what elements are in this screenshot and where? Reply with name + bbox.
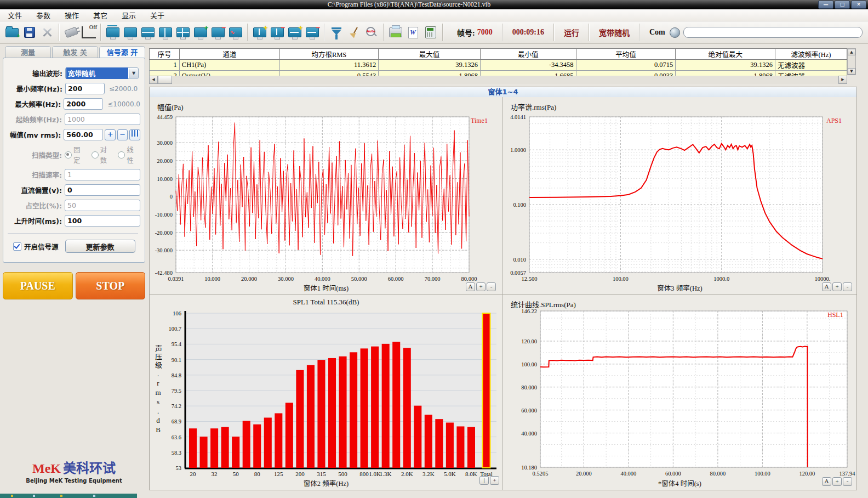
add-vertical-cursor-icon[interactable]: + (252, 24, 268, 41)
chevron-down-icon[interactable]: ▼ (129, 69, 138, 78)
svg-text:10000.: 10000. (815, 276, 831, 282)
remove-vertical-cursor-icon[interactable]: − (269, 24, 285, 41)
pause-button[interactable]: PAUSE (3, 272, 73, 299)
print-icon[interactable] (387, 24, 404, 41)
scan-type-linear-radio[interactable] (118, 151, 125, 159)
svg-text:0: 0 (170, 194, 173, 200)
single-window-icon[interactable] (122, 24, 139, 41)
autoscale-button[interactable]: A (822, 282, 831, 291)
max-freq-input[interactable] (64, 98, 103, 110)
settings-tools-icon[interactable] (39, 24, 55, 41)
scan-type-fixed-radio[interactable] (65, 151, 72, 159)
scan-type-label: 扫描类型: (5, 150, 62, 160)
scan-type-log-radio[interactable] (92, 151, 99, 159)
svg-text:5.0K: 5.0K (444, 471, 456, 477)
logo-subtitle: Beijing MeK Testing Equipment (2, 478, 146, 484)
svg-text:0.010: 0.010 (513, 257, 526, 263)
split-vertical-icon[interactable] (157, 24, 174, 41)
remove-horizontal-cursor-icon[interactable]: − (304, 24, 321, 41)
tab-signal-source[interactable]: 信号源 开 (99, 46, 145, 58)
menu-parameters[interactable]: 参数 (36, 10, 50, 20)
frame-label: 帧号: (457, 27, 475, 38)
zoom-in-button[interactable]: + (832, 477, 842, 486)
svg-text:20: 20 (190, 471, 197, 477)
amplitude-increase-button[interactable]: + (105, 129, 116, 140)
time-plot[interactable]: 0.039110.00020.00030.00040.00050.00060.0… (150, 97, 503, 295)
amplitude-sliders-button[interactable] (129, 129, 140, 140)
waveform-select[interactable]: 宽带随机 ▼ (65, 67, 139, 79)
menu-file[interactable]: 文件 (8, 10, 22, 20)
stop-button[interactable]: STOP (76, 272, 146, 299)
toolbar-separator (383, 24, 384, 41)
zoom-in-button[interactable]: + (476, 282, 486, 291)
scroll-left-icon[interactable]: ◀ (149, 76, 158, 84)
auto-scale-icon[interactable]: Auto (363, 24, 380, 41)
title-bar[interactable]: C:\Program Files (x86)\T8(ANA)\TestData\… (0, 0, 868, 9)
enable-signal-checkbox[interactable] (13, 242, 21, 251)
table-row[interactable]: 1 CH1(Pa) 11.3612 39.1326 -34.3458 0.071… (150, 60, 847, 71)
menu-display[interactable]: 显示 (122, 10, 136, 20)
table-vertical-scrollbar[interactable]: ▲ ▼ (847, 48, 856, 75)
scrollbar-thumb[interactable] (158, 76, 172, 84)
open-file-icon[interactable]: + (4, 24, 20, 41)
hsl-plot[interactable]: 0.520520.00040.00060.00080.000100.00120.… (503, 295, 856, 490)
table-horizontal-scrollbar[interactable]: ◀ ▶ (149, 76, 847, 84)
duty-cycle-input[interactable] (65, 200, 140, 211)
scan-rate-input[interactable] (65, 169, 140, 180)
minimize-button[interactable]: — (818, 1, 833, 9)
spl-bar-plot[interactable]: 106100.795.490.184.879.574.268.963.658.3… (150, 295, 503, 490)
clear-broom-icon[interactable] (346, 24, 362, 41)
scroll-up-icon[interactable]: ▲ (848, 49, 855, 55)
amplitude-decrease-button[interactable]: − (117, 129, 128, 140)
chart-title: 统计曲线.SPLrms(Pa) (511, 299, 576, 309)
zoom-in-button[interactable]: + (832, 282, 842, 291)
save-file-icon[interactable] (21, 24, 38, 41)
add-window-icon[interactable]: + (192, 24, 209, 41)
min-freq-input[interactable] (65, 83, 105, 94)
aps-plot[interactable]: 12.500100.001000.010000.4.01411.00000.10… (503, 97, 856, 295)
filter-funnel-icon[interactable] (328, 24, 345, 41)
connect-device-icon[interactable] (63, 24, 79, 41)
tab-trigger[interactable]: 触发 关 (52, 46, 98, 58)
signal-off-icon[interactable]: Off (81, 24, 97, 41)
svg-text:2.0K: 2.0K (401, 471, 413, 477)
remove-window-icon[interactable]: − (210, 24, 226, 41)
word-report-icon[interactable]: W (405, 24, 421, 41)
curve-window-icon[interactable]: ∿ (227, 24, 244, 41)
amplitude-input[interactable] (64, 129, 103, 140)
autoscale-button[interactable]: A (466, 282, 475, 291)
svg-text:120.00: 120.00 (521, 338, 537, 344)
add-horizontal-cursor-icon[interactable]: + (287, 24, 303, 41)
svg-text:800: 800 (359, 471, 369, 477)
tab-measure[interactable]: 测量 (5, 46, 51, 58)
autoscale-button[interactable]: A (822, 477, 831, 486)
dc-offset-input[interactable] (65, 184, 140, 196)
menu-other[interactable]: 其它 (93, 10, 107, 20)
col-channel: 通道 (179, 49, 279, 60)
rise-time-input[interactable] (65, 215, 140, 227)
update-params-button[interactable]: 更新参数 (65, 240, 135, 253)
zoom-out-button[interactable]: - (843, 477, 852, 486)
menu-operation[interactable]: 操作 (65, 10, 79, 20)
cursor-button[interactable]: | (479, 476, 489, 485)
svg-text:79.5: 79.5 (172, 388, 181, 394)
maximize-button[interactable]: □ (835, 1, 850, 9)
start-freq-input[interactable] (65, 114, 140, 125)
min-freq-label: 最小频率(Hz): (5, 83, 62, 94)
svg-text:80.000: 80.000 (710, 471, 726, 477)
split-horizontal-icon[interactable] (140, 24, 156, 41)
scroll-right-icon[interactable]: ▶ (838, 76, 847, 84)
grid-windows-icon[interactable] (175, 24, 191, 41)
calculator-icon[interactable] (422, 24, 439, 41)
signal-source-group: 输出波形: 宽带随机 ▼ 最小频率(Hz): ≤2000.0 最大频率(Hz):… (3, 58, 145, 263)
svg-text:40.000: 40.000 (315, 276, 330, 282)
new-window-icon[interactable] (105, 24, 121, 41)
scroll-down-icon[interactable]: ▼ (848, 68, 855, 75)
chart-x-axis-title: 窗体3 频率(Hz) (503, 282, 856, 293)
menu-about[interactable]: 关于 (150, 10, 164, 20)
zoom-out-button[interactable]: - (487, 282, 496, 291)
zoom-in-button[interactable]: + (490, 476, 499, 485)
zoom-out-button[interactable]: - (843, 282, 852, 291)
com-message-field[interactable] (683, 27, 863, 38)
close-button[interactable]: ✕ (851, 1, 866, 9)
